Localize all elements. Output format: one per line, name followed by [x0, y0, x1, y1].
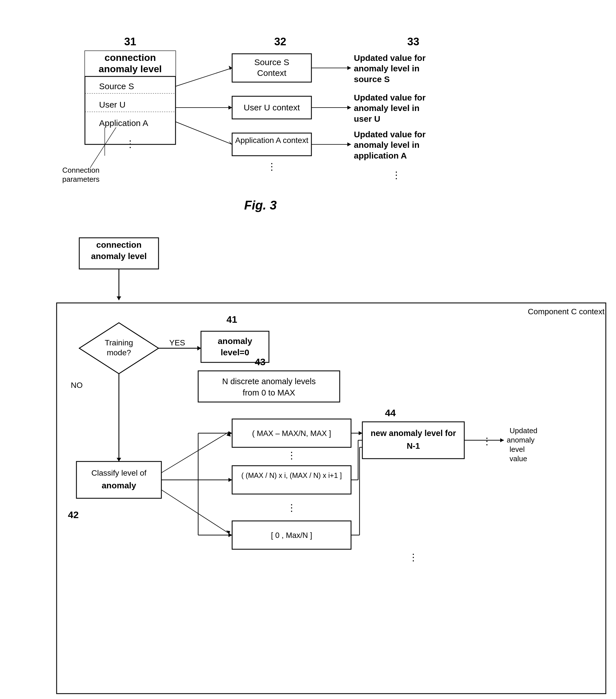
- svg-text:44: 44: [385, 407, 396, 418]
- svg-marker-33: [348, 66, 351, 70]
- svg-text:anomaly level: anomaly level: [91, 251, 147, 261]
- svg-text:level=0: level=0: [221, 348, 249, 357]
- svg-text:User U context: User U context: [244, 103, 300, 112]
- svg-text:Application A: Application A: [99, 118, 148, 128]
- svg-text:⋮: ⋮: [287, 502, 297, 513]
- svg-text:N-1: N-1: [407, 441, 420, 450]
- svg-text:33: 33: [407, 36, 419, 48]
- svg-text:level: level: [510, 445, 525, 453]
- svg-text:anomaly level in: anomaly level in: [354, 103, 420, 113]
- svg-text:Connection: Connection: [62, 166, 100, 174]
- svg-text:value: value: [510, 454, 527, 463]
- svg-text:Context: Context: [257, 68, 287, 78]
- svg-text:Updated: Updated: [510, 426, 537, 435]
- svg-text:anomaly: anomaly: [102, 481, 136, 490]
- svg-text:⋮: ⋮: [392, 170, 401, 180]
- svg-text:32: 32: [274, 36, 286, 48]
- fig3-section: 31 32 33 connection anomaly level Source…: [17, 11, 599, 212]
- svg-text:connection: connection: [104, 52, 156, 63]
- svg-text:Training: Training: [105, 338, 133, 347]
- svg-text:user U: user U: [354, 114, 380, 123]
- svg-marker-37: [348, 142, 351, 146]
- svg-text:YES: YES: [169, 338, 185, 347]
- svg-text:anomaly level in: anomaly level in: [354, 64, 420, 73]
- svg-text:Source S: Source S: [254, 57, 289, 67]
- svg-text:anomaly: anomaly: [507, 436, 535, 444]
- svg-text:source S: source S: [354, 75, 390, 84]
- svg-text:User U: User U: [99, 100, 126, 109]
- svg-text:⋮: ⋮: [408, 552, 418, 563]
- svg-text:⋮: ⋮: [287, 450, 297, 461]
- svg-text:NO: NO: [71, 381, 83, 390]
- fig4-diagram: connection anomaly level Component C con…: [34, 235, 616, 699]
- svg-text:⋮: ⋮: [482, 436, 492, 447]
- svg-text:Classify level of: Classify level of: [91, 469, 147, 477]
- svg-marker-52: [117, 296, 121, 300]
- svg-text:Updated value for: Updated value for: [354, 130, 426, 139]
- svg-text:( MAX – MAX/N, MAX ]: ( MAX – MAX/N, MAX ]: [252, 429, 331, 438]
- svg-text:Updated value for: Updated value for: [354, 53, 426, 63]
- svg-text:from 0 to MAX: from 0 to MAX: [243, 388, 295, 397]
- fig4-section: connection anomaly level Component C con…: [17, 235, 599, 699]
- svg-line-20: [175, 122, 232, 144]
- svg-text:mode?: mode?: [107, 348, 131, 357]
- svg-text:⋮: ⋮: [126, 139, 135, 149]
- svg-rect-94: [362, 422, 464, 459]
- svg-text:( (MAX / N) x i, (MAX / N) x i: ( (MAX / N) x i, (MAX / N) x i+1 ]: [241, 471, 342, 479]
- svg-text:N discrete anomaly levels: N discrete anomaly levels: [222, 377, 316, 386]
- svg-text:Updated value for: Updated value for: [354, 93, 426, 102]
- svg-marker-19: [228, 106, 232, 109]
- svg-text:Source S: Source S: [99, 81, 134, 91]
- svg-marker-35: [348, 106, 351, 109]
- svg-marker-17: [229, 66, 232, 70]
- svg-text:Component C context: Component C context: [528, 307, 605, 316]
- fig3-diagram: 31 32 33 connection anomaly level Source…: [34, 34, 600, 198]
- svg-text:31: 31: [124, 36, 136, 48]
- svg-rect-88: [232, 466, 351, 494]
- svg-text:connection: connection: [96, 240, 142, 249]
- svg-text:Application A context: Application A context: [235, 136, 309, 145]
- svg-text:41: 41: [226, 314, 237, 325]
- svg-text:⋮: ⋮: [267, 161, 277, 172]
- svg-line-16: [175, 68, 232, 86]
- svg-text:anomaly level: anomaly level: [99, 63, 162, 74]
- svg-rect-73: [198, 371, 340, 402]
- svg-text:42: 42: [68, 509, 79, 520]
- fig3-caption: Fig. 3: [34, 198, 487, 212]
- svg-text:anomaly level in: anomaly level in: [354, 140, 420, 149]
- svg-text:application A: application A: [354, 151, 407, 160]
- svg-text:anomaly: anomaly: [218, 337, 252, 346]
- svg-text:new anomaly level for: new anomaly level for: [370, 428, 456, 438]
- svg-text:43: 43: [255, 356, 265, 367]
- svg-text:[ 0 , Max/N ]: [ 0 , Max/N ]: [271, 531, 312, 540]
- svg-rect-69: [76, 461, 161, 498]
- svg-text:parameters: parameters: [62, 175, 100, 183]
